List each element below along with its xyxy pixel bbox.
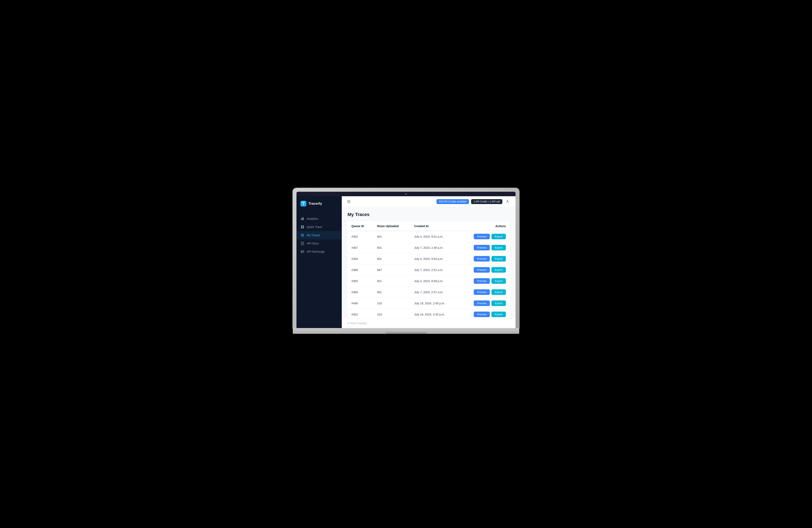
cell-rows-uploaded: 601 [374,287,410,298]
main-content: 915 API Credits available 1 API Credit =… [342,196,516,328]
cell-rows-uploaded: 601 [374,242,410,253]
cell-created-at: July 19, 2024, 2:45 p.m. [410,298,459,309]
preview-button-4[interactable]: Preview [474,278,490,284]
export-button-1[interactable]: Export [491,245,506,251]
action-buttons: PreviewExport [463,278,506,284]
table-row: #368687July 7, 2024, 2:51 a.m.PreviewExp… [348,265,510,275]
table-row: #452103July 19, 2024, 4:30 p.m.PreviewEx… [348,309,510,318]
quick-trace-icon [301,225,304,229]
cell-rows-uploaded: 601 [374,253,410,265]
cell-actions: PreviewExport [459,309,510,318]
table-row: #304601July 4, 2024, 9:04 p.m.PreviewExp… [348,253,510,265]
preview-button-1[interactable]: Preview [474,245,490,251]
svg-rect-4 [303,226,304,227]
cell-actions: PreviewExport [459,253,510,265]
svg-rect-5 [301,227,302,228]
preview-button-5[interactable]: Preview [474,289,490,295]
export-button-2[interactable]: Export [491,256,506,261]
user-avatar-button[interactable] [504,199,511,205]
export-button-3[interactable]: Export [491,267,506,273]
action-buttons: PreviewExport [463,245,506,251]
cell-rows-uploaded: 601 [374,275,410,287]
export-button-5[interactable]: Export [491,289,506,295]
cell-queue-id: #452 [348,309,374,318]
cell-queue-id: #304 [348,253,374,265]
cell-created-at: July 7, 2024, 2:36 a.m. [410,242,459,253]
laptop-base [293,328,519,334]
camera [405,193,407,195]
cell-actions: PreviewExport [459,298,510,309]
export-button-0[interactable]: Export [491,234,506,239]
svg-point-8 [302,235,303,236]
cell-created-at: July 7, 2024, 2:57 a.m. [410,287,459,298]
sidebar: Tracerfy An [296,196,342,328]
app-name: Tracerfy [308,202,322,206]
svg-rect-2 [303,217,304,220]
preview-button-7[interactable]: Preview [474,312,490,317]
my-traces-label: My Traces [307,233,320,237]
footer-text: © 2024 Tracerfy [348,322,367,325]
credits-available-badge: 915 API Credits available [436,199,469,204]
sidebar-logo: Tracerfy [296,196,342,211]
cell-rows-uploaded: 687 [374,265,410,275]
cell-queue-id: #367 [348,242,374,253]
sidebar-item-my-traces[interactable]: My Traces [296,231,342,239]
cell-actions: PreviewExport [459,265,510,275]
table-row: #446103July 19, 2024, 2:45 p.m.PreviewEx… [348,298,510,309]
cell-actions: PreviewExport [459,231,510,242]
header-right: 915 API Credits available 1 API Credit =… [436,199,511,205]
api-docs-icon [301,242,304,245]
cell-created-at: July 19, 2024, 4:30 p.m. [410,309,459,318]
cell-rows-uploaded: 103 [374,309,410,318]
action-buttons: PreviewExport [463,256,506,261]
sidebar-item-analytics[interactable]: Analytics [296,215,342,223]
table-body: #303601July 4, 2024, 9:01 p.m.PreviewExp… [348,231,510,318]
menu-toggle-button[interactable] [347,200,351,204]
action-buttons: PreviewExport [463,234,506,239]
svg-rect-3 [301,226,302,227]
table-row: #367601July 7, 2024, 2:36 a.m.PreviewExp… [348,242,510,253]
credit-info-badge: 1 API Credit = 1 API call [471,199,502,204]
svg-rect-1 [302,218,303,220]
analytics-label: Analytics [307,217,318,220]
api-docs-label: API Docs [307,242,319,245]
page-body: My Traces Queue ID Rows Uploaded Created… [342,207,516,318]
cell-rows-uploaded: 103 [374,298,410,309]
cell-actions: PreviewExport [459,287,510,298]
cell-actions: PreviewExport [459,242,510,253]
table-row: #305601July 4, 2024, 9:09 p.m.PreviewExp… [348,275,510,287]
cell-created-at: July 4, 2024, 9:09 p.m. [410,275,459,287]
export-button-6[interactable]: Export [491,300,506,306]
sidebar-item-api-docs[interactable]: API Docs [296,239,342,247]
table-row: #369601July 7, 2024, 2:57 a.m.PreviewExp… [348,287,510,298]
svg-rect-11 [301,252,302,252]
cell-rows-uploaded: 601 [374,231,410,242]
export-button-7[interactable]: Export [491,312,506,317]
col-queue-id: Queue ID [348,222,374,231]
svg-rect-6 [303,227,304,228]
header-left [347,200,351,204]
preview-button-2[interactable]: Preview [474,256,490,261]
my-traces-icon [301,233,304,237]
cell-queue-id: #305 [348,275,374,287]
cell-actions: PreviewExport [459,275,510,287]
cell-queue-id: #368 [348,265,374,275]
analytics-icon [301,217,304,220]
preview-button-0[interactable]: Preview [474,234,490,239]
api-recharge-label: API Recharge [307,250,325,253]
sidebar-item-quick-trace[interactable]: Quick Trace [296,223,342,231]
cell-created-at: July 4, 2024, 9:01 p.m. [410,231,459,242]
preview-button-6[interactable]: Preview [474,300,490,306]
api-recharge-icon [301,250,304,254]
action-buttons: PreviewExport [463,300,506,306]
svg-rect-10 [301,251,304,253]
svg-rect-0 [301,219,302,220]
sidebar-item-api-recharge[interactable]: API Recharge [296,247,342,256]
action-buttons: PreviewExport [463,289,506,295]
export-button-4[interactable]: Export [491,278,506,284]
svg-point-12 [507,200,508,202]
preview-button-3[interactable]: Preview [474,267,490,273]
col-rows-uploaded: Rows Uploaded [374,222,410,231]
cell-queue-id: #369 [348,287,374,298]
cell-queue-id: #446 [348,298,374,309]
